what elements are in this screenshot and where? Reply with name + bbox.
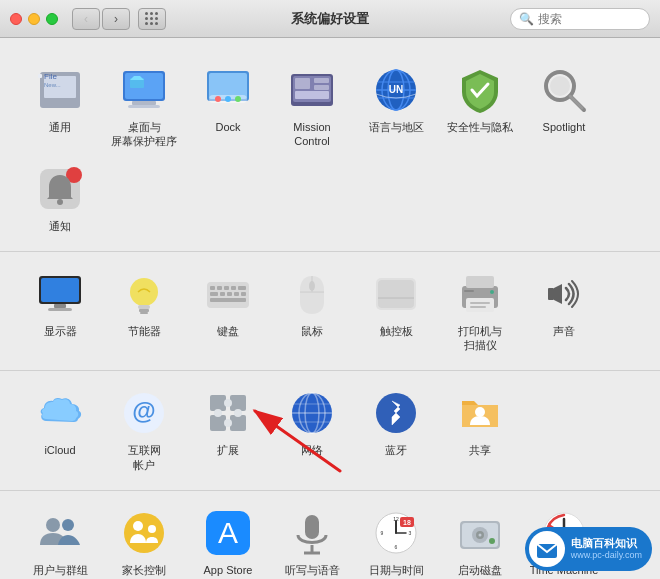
sharing-icon-wrap [454,387,506,439]
users-icon-wrap [34,507,86,559]
display-label: 显示器 [44,324,77,338]
pref-spotlight[interactable]: Spotlight [524,58,604,153]
grid-view-button[interactable] [138,8,166,30]
svg-rect-55 [210,298,246,302]
minimize-button[interactable] [28,13,40,25]
pref-keyboard[interactable]: 键盘 [188,262,268,357]
svg-rect-69 [548,288,554,300]
titlebar: ‹ › 系统偏好设置 🔍 [0,0,660,38]
pref-startup[interactable]: 启动磁盘 [440,501,520,579]
internet-label: 互联网帐户 [128,443,161,472]
pref-dictation[interactable]: 听写与语音 [272,501,352,579]
bluetooth-icon [372,389,420,437]
grid-icon [145,12,159,26]
svg-point-76 [224,399,232,407]
pref-datetime[interactable]: 12 3 6 9 18 日期与时间 [356,501,436,579]
search-input[interactable] [538,12,641,26]
section-personal: File New... 通用 桌面与屏幕保护程序 [0,48,660,252]
startup-icon [456,509,504,557]
svg-rect-41 [138,305,150,309]
search-box[interactable]: 🔍 [510,8,650,30]
security-icon [456,66,504,114]
svg-point-14 [225,96,231,102]
svg-rect-39 [48,308,72,311]
window-title: 系统偏好设置 [291,10,369,28]
svg-rect-18 [295,78,310,89]
svg-rect-49 [238,286,246,290]
svg-point-31 [550,76,570,96]
general-icon-wrap: File New... [34,64,86,116]
datetime-label: 日期与时间 [369,563,424,577]
svg-point-40 [130,278,158,306]
security-label: 安全性与隐私 [447,120,513,134]
back-button[interactable]: ‹ [72,8,100,30]
language-icon-wrap: UN [370,64,422,116]
svg-rect-50 [210,292,218,296]
internet-icon-wrap: @ [118,387,170,439]
notice-label: 通知 [49,219,71,233]
spotlight-icon [540,66,588,114]
pref-sharing[interactable]: 共享 [440,381,520,476]
svg-rect-8 [128,105,160,108]
svg-point-78 [224,419,232,427]
mission-icon [288,66,336,114]
pref-display[interactable]: 显示器 [20,262,100,357]
keyboard-icon [204,270,252,318]
svg-rect-72 [210,395,226,411]
svg-rect-65 [470,302,490,304]
svg-point-58 [309,281,315,291]
svg-point-92 [124,513,164,553]
energy-label: 节能器 [128,324,161,338]
pref-trackpad[interactable]: 触控板 [356,262,436,357]
extensions-icon [204,389,252,437]
keyboard-icon-wrap [202,268,254,320]
svg-text:6: 6 [395,544,398,550]
pref-desktop[interactable]: 桌面与屏幕保护程序 [104,58,184,153]
parental-icon [120,509,168,557]
pref-language[interactable]: UN 语言与地区 [356,58,436,153]
svg-text:New...: New... [44,82,61,88]
pref-mission[interactable]: MissionControl [272,58,352,153]
display-icon-wrap [34,268,86,320]
icloud-label: iCloud [44,443,75,457]
datetime-icon-wrap: 12 3 6 9 18 [370,507,422,559]
sharing-label: 共享 [469,443,491,457]
pref-users[interactable]: 用户与群组 [20,501,100,579]
svg-rect-2 [38,74,42,78]
svg-text:File: File [44,72,57,81]
pref-appstore[interactable]: A App Store [188,501,268,579]
pref-general[interactable]: File New... 通用 [20,58,100,153]
pref-icloud[interactable]: iCloud [20,381,100,476]
forward-button[interactable]: › [102,8,130,30]
pref-dock[interactable]: Dock [188,58,268,153]
pref-internet[interactable]: @ 互联网帐户 [104,381,184,476]
network-label: 网络 [301,443,323,457]
close-button[interactable] [10,13,22,25]
svg-text:UN: UN [389,84,403,95]
pref-notice[interactable]: 通知 [20,157,100,237]
pref-sound[interactable]: 声音 [524,262,604,357]
svg-rect-60 [378,280,414,308]
pref-mouse[interactable]: 鼠标 [272,262,352,357]
pref-printer[interactable]: 打印机与扫描仪 [440,262,520,357]
pref-bluetooth[interactable]: 蓝牙 [356,381,436,476]
trackpad-label: 触控板 [380,324,413,338]
pref-network[interactable]: 网络 [272,381,352,476]
maximize-button[interactable] [46,13,58,25]
startup-icon-wrap [454,507,506,559]
spotlight-icon-wrap [538,64,590,116]
printer-label: 打印机与扫描仪 [458,324,502,353]
mission-icon-wrap [286,64,338,116]
svg-point-35 [57,199,63,205]
svg-point-77 [214,409,222,417]
search-icon: 🔍 [519,12,534,26]
mouse-icon [288,270,336,318]
svg-rect-7 [132,101,156,105]
mission-label: MissionControl [293,120,330,149]
pref-extensions[interactable]: 扩展 [188,381,268,476]
pref-parental[interactable]: 家长控制 [104,501,184,579]
watermark-badge: 电脑百科知识 www.pc-daily.com [525,527,652,571]
pref-security[interactable]: 安全性与隐私 [440,58,520,153]
pref-energy[interactable]: 节能器 [104,262,184,357]
svg-point-13 [215,96,221,102]
